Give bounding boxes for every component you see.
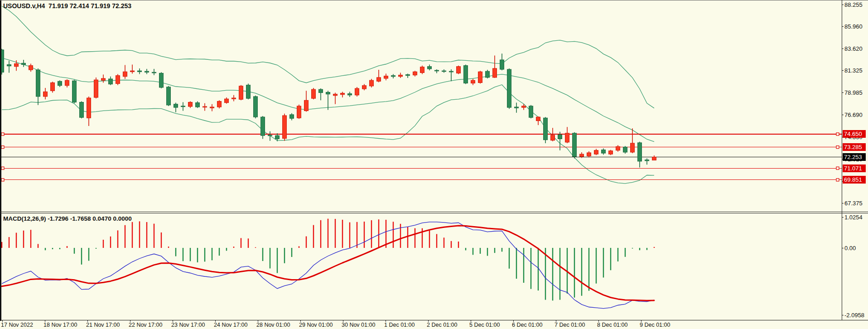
candle-body [580, 154, 584, 156]
candle-body [312, 89, 316, 98]
candle-body [145, 71, 149, 72]
candle-body [116, 76, 120, 84]
candle-body [551, 135, 555, 140]
price-tick [842, 92, 844, 93]
candle-body [87, 98, 91, 118]
time-axis-label: 6 Dec 01:00 [512, 322, 542, 328]
candle-body [217, 101, 222, 107]
line-handle-left[interactable] [1, 167, 4, 169]
candle-body [391, 76, 395, 77]
macd-tick [842, 217, 844, 218]
price-tick-label: 83.620 [844, 45, 863, 52]
candle-body [652, 157, 656, 160]
main-price-chart[interactable] [0, 0, 842, 212]
candle-body [515, 107, 519, 108]
candle-body [181, 106, 185, 107]
candle-body [616, 146, 620, 150]
price-tick-label: 81.325 [844, 67, 863, 74]
candle-body [319, 89, 323, 92]
candle-body [239, 86, 243, 99]
macd-indicator-panel[interactable] [0, 213, 842, 319]
candle-body [72, 81, 77, 102]
panel-separator [0, 213, 868, 213]
macd-tick [842, 315, 844, 315]
window-top-border [0, 0, 868, 0]
window-left-border [0, 0, 1, 321]
candle-body [43, 92, 48, 97]
candle-body [609, 151, 613, 154]
candle-body [493, 68, 497, 77]
candle-body [638, 143, 642, 161]
candle-body [225, 99, 229, 102]
chart-title-ohlc: USOUSD.v,H4 71.919 72.414 71.919 72.253 [3, 2, 131, 10]
candle-body [406, 75, 410, 76]
candle-body [522, 106, 526, 107]
line-handle-right[interactable] [836, 133, 839, 135]
candle-body [435, 70, 439, 71]
candle-body [384, 76, 388, 78]
time-axis-label: 22 Nov 17:00 [129, 322, 162, 328]
price-tick-label: 76.690 [844, 111, 863, 118]
price-tick-label: 85.960 [844, 23, 863, 30]
line-handle-left[interactable] [1, 133, 4, 135]
price-tick [842, 5, 844, 5]
candle-body [246, 85, 251, 98]
time-axis-label: 17 Nov 2022 [1, 322, 33, 328]
panel-separator[interactable] [0, 212, 868, 212]
candle-body [370, 80, 374, 86]
line-handle-left[interactable] [1, 146, 4, 149]
price-level-tag: 74.650 [843, 130, 866, 138]
candle-body [536, 117, 540, 121]
time-axis-label: 28 Nov 01:00 [256, 322, 290, 328]
price-tick-label: 78.985 [844, 89, 863, 96]
time-axis-label: 24 Nov 17:00 [214, 322, 247, 328]
candle-body [457, 67, 461, 73]
time-axis-label: 5 Dec 01:00 [469, 322, 500, 328]
candle-body [413, 72, 417, 75]
line-handle-right[interactable] [836, 179, 839, 181]
candle-body [123, 72, 127, 77]
candle-body [645, 160, 649, 161]
candle-body [283, 116, 287, 138]
time-axis-label: 23 Nov 17:00 [171, 322, 205, 328]
price-level-tag: 69.851 [843, 176, 866, 184]
candle-body [529, 106, 533, 117]
candle-body [304, 100, 309, 111]
line-handle-right[interactable] [836, 146, 839, 149]
price-level-tag: 71.071 [843, 164, 866, 172]
candle-body [254, 97, 258, 117]
candle-body [297, 106, 301, 118]
candle-body [428, 67, 432, 69]
line-handle-left[interactable] [1, 179, 4, 181]
line-handle-right[interactable] [836, 167, 839, 169]
candle-body [130, 71, 135, 72]
price-tick-label: 67.375 [844, 200, 863, 207]
macd-indicator-label: MACD(12,26,9) -1.7296 -1.7658 0.0470 0.0… [3, 215, 132, 222]
candle-body [348, 94, 352, 95]
candle-body [65, 80, 69, 86]
time-axis-label: 2 Dec 01:00 [427, 322, 457, 328]
price-tick [842, 115, 844, 115]
candle-body [203, 106, 207, 107]
price-tick [842, 203, 844, 203]
macd-tick [842, 248, 844, 248]
candle-body [94, 80, 98, 97]
price-tick [842, 26, 844, 27]
candle-body [544, 118, 548, 140]
candle-body [326, 92, 330, 94]
macd-tick-label: 1.0254 [844, 214, 863, 221]
candle-body [188, 102, 193, 106]
candle-body [167, 87, 171, 105]
candle-body [109, 79, 113, 84]
candle-body [261, 117, 265, 135]
candle-body [355, 88, 359, 95]
bid-price-tag: 72.253 [843, 153, 866, 161]
candle-body [290, 115, 294, 118]
candle-body [362, 86, 366, 89]
candle-body [377, 77, 381, 81]
candle-body [471, 80, 475, 83]
candle-body [29, 66, 33, 70]
price-level-tag: 73.285 [843, 143, 866, 151]
candle-body [478, 72, 482, 82]
candle-body [268, 135, 272, 136]
